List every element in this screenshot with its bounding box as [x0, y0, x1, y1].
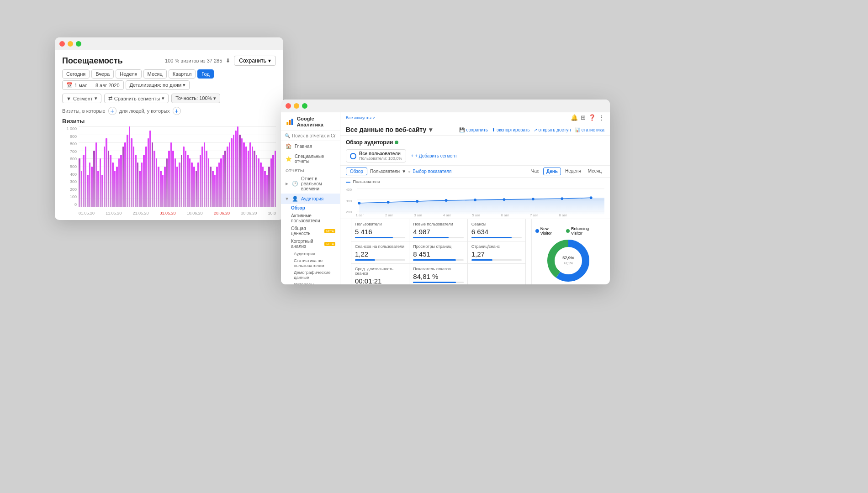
- sidebar-sub-interests[interactable]: Интересы: [281, 281, 340, 284]
- segments-row: Все пользователи Пользователи: 100,0% + …: [340, 147, 610, 166]
- sidebar-sub-user-stats[interactable]: Статистика по пользователям: [281, 257, 340, 269]
- sidebar-item-audience[interactable]: ▶ 👤 Аудитория: [281, 194, 340, 204]
- time-tab-month[interactable]: Месяц: [585, 168, 604, 175]
- svg-point-17: [590, 196, 593, 199]
- chart-bar: [210, 167, 212, 207]
- chart-bar: [122, 147, 124, 207]
- chart-bar: [191, 163, 193, 207]
- time-tab-hour[interactable]: Час: [529, 168, 542, 175]
- fw-fullscreen-dot[interactable]: [302, 103, 307, 109]
- returning-visitor-dot: [566, 229, 570, 233]
- home-icon: 🏠: [286, 143, 292, 149]
- metric-cell-bounce: Показатель отказов 84,81 %: [409, 263, 467, 284]
- svg-text:3 авг: 3 авг: [414, 213, 422, 217]
- share-button[interactable]: ↗ открыть доступ: [534, 127, 571, 132]
- tab-quarter[interactable]: Квартал: [169, 69, 196, 79]
- dropdown-arrow[interactable]: ▾: [429, 126, 432, 133]
- chart-bar: [185, 151, 187, 207]
- metric-cell-empty: [467, 263, 526, 284]
- metric-cell-avg-session: Сред. длительность сеанса 00:01:21: [351, 263, 409, 284]
- detail-button[interactable]: Детализация: по дням ▾: [126, 80, 190, 90]
- chart-bar: [229, 142, 231, 207]
- progress-fill: [413, 259, 456, 261]
- chart-bar: [162, 175, 164, 207]
- segment-button[interactable]: ▼ Сегмент ▾: [62, 94, 101, 103]
- compare-segments-button[interactable]: ⇄ Сравнить сегменты ▾: [104, 94, 169, 103]
- metric-title: Сеансы: [471, 222, 522, 226]
- chart-bar: [170, 142, 172, 207]
- chart-bar: [131, 138, 132, 207]
- fullscreen-dot[interactable]: [76, 41, 81, 47]
- y-label: 800: [70, 142, 77, 146]
- chart-bar: [175, 158, 176, 207]
- date-range-button[interactable]: 📅 1 мая — 8 авг 2020: [62, 80, 124, 90]
- chart-bar: [106, 138, 107, 207]
- progress-bar: [413, 259, 463, 261]
- chart-bar: [93, 151, 95, 207]
- save-button[interactable]: Сохранить ▾: [234, 56, 276, 66]
- clock-icon: 🕐: [292, 181, 298, 187]
- sidebar-search[interactable]: 🔍: [281, 131, 340, 141]
- sidebar-item-home[interactable]: 🏠 Главная: [281, 141, 340, 152]
- select-metric-tab[interactable]: Выбор показателя: [413, 169, 451, 174]
- tab-yesterday[interactable]: Вчера: [91, 69, 114, 79]
- sidebar-sub-active-users[interactable]: Активные пользователи: [281, 212, 340, 225]
- add-segment-button[interactable]: + + Добавить сегмент: [411, 153, 457, 158]
- sidebar-item-realtime[interactable]: ▶ 🕐 Отчет в реальном времени: [281, 174, 340, 194]
- sidebar-logo-text: Google Аналитика: [297, 116, 335, 128]
- sidebar-sub-audience-2[interactable]: Аудитория: [281, 250, 340, 257]
- y-label: 400: [70, 172, 77, 177]
- grid-icon[interactable]: ⊞: [581, 114, 586, 121]
- page-title: Посещаемость: [62, 56, 123, 66]
- sidebar-sub-overview[interactable]: Обзор: [281, 204, 340, 212]
- breadcrumb-left: Все аккаунты >: [346, 115, 375, 120]
- svg-text:1 авг: 1 авг: [355, 213, 364, 217]
- sidebar-sub-label: Когортный анализ: [291, 239, 323, 249]
- accuracy-button[interactable]: Точность: 100% ▾: [171, 94, 220, 103]
- export-icon: ⬆: [492, 127, 495, 132]
- time-tab-week[interactable]: Неделя: [562, 168, 584, 175]
- ga-logo-icon: [286, 117, 294, 127]
- desktop: Посещаемость 100 % визитов из 37 285 ⬇ С…: [0, 0, 868, 493]
- chart-bar: [133, 147, 135, 207]
- sidebar-item-special-reports[interactable]: ⭐ Специальные отчеты: [281, 152, 340, 166]
- tab-today[interactable]: Сегодня: [62, 69, 90, 79]
- bell-icon[interactable]: 🔔: [571, 114, 578, 121]
- sidebar-sub-demographics[interactable]: Демографические данные: [281, 269, 340, 281]
- tab-year[interactable]: Год: [197, 69, 214, 79]
- donut-legend-top: New Visitor Returning Visitor: [535, 226, 601, 236]
- fw-close-dot[interactable]: [286, 103, 291, 109]
- sidebar-sub-cohort[interactable]: Когортный анализ БЕТА: [281, 237, 340, 250]
- svg-rect-1: [289, 120, 291, 125]
- sidebar-sub-total-value[interactable]: Общая ценность БЕТА: [281, 225, 340, 237]
- sidebar-item-label: Главная: [295, 144, 312, 149]
- tab-overview[interactable]: Обзор: [346, 168, 367, 175]
- close-dot[interactable]: [59, 41, 65, 47]
- help-icon[interactable]: ❓: [588, 114, 596, 121]
- more-icon[interactable]: ⋮: [598, 114, 604, 121]
- search-input[interactable]: [292, 133, 336, 138]
- minimize-dot[interactable]: [68, 41, 73, 47]
- add-filter-btn-2[interactable]: +: [173, 107, 181, 115]
- breadcrumb-all-accounts[interactable]: Все аккаунты >: [346, 115, 375, 120]
- save-button[interactable]: 💾 сохранить: [459, 127, 488, 132]
- add-filter-btn-1[interactable]: +: [108, 107, 116, 115]
- tab-month[interactable]: Месяц: [143, 69, 167, 79]
- chart-bar: [245, 147, 247, 207]
- time-tab-day[interactable]: День: [543, 168, 561, 175]
- metric-value: 8 451: [413, 250, 463, 258]
- download-icon[interactable]: ⬇: [226, 58, 230, 64]
- stats-button[interactable]: 📊 статистика: [575, 127, 604, 132]
- segment-badge[interactable]: Все пользователи Пользователи: 100,0%: [346, 149, 406, 163]
- star-icon: ⭐: [286, 156, 292, 162]
- metric-value: 5 416: [355, 228, 405, 236]
- chevron-down-icon: ▾: [183, 82, 185, 88]
- chart-bar: [206, 151, 207, 207]
- tab-week[interactable]: Неделя: [116, 69, 141, 79]
- fw-minimize-dot[interactable]: [294, 103, 299, 109]
- chart-bar: [124, 142, 126, 207]
- fw-section-title: Обзор аудитории: [340, 136, 610, 147]
- users-metric-tab[interactable]: Пользователи: [370, 169, 400, 174]
- export-button[interactable]: ⬆ экспортировать: [492, 127, 530, 132]
- chart-bar: [248, 151, 249, 207]
